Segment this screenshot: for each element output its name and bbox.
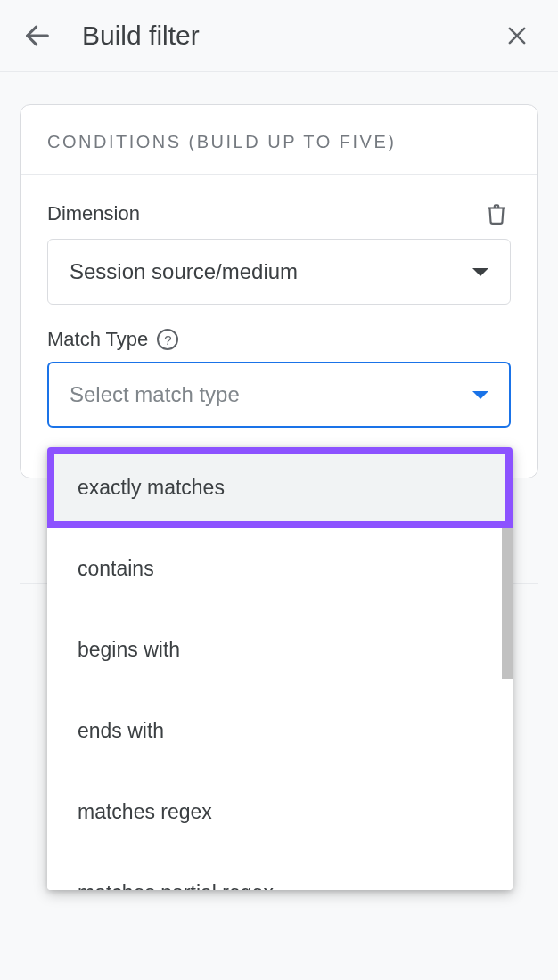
match-option-matches-regex[interactable]: matches regex	[47, 772, 513, 853]
card-header: CONDITIONS (BUILD UP TO FIVE)	[21, 105, 537, 175]
match-option-contains[interactable]: contains	[47, 528, 513, 609]
delete-condition-button[interactable]	[482, 200, 511, 228]
match-type-placeholder: Select match type	[70, 382, 240, 407]
chevron-down-icon	[472, 268, 488, 276]
match-option-matches-partial-regex[interactable]: matches partial regex	[47, 853, 513, 890]
match-type-select[interactable]: Select match type	[47, 362, 511, 428]
match-type-label: Match Type ?	[47, 328, 178, 351]
match-type-label-text: Match Type	[47, 328, 148, 351]
match-option-ends-with[interactable]: ends with	[47, 690, 513, 772]
help-icon[interactable]: ?	[157, 329, 178, 350]
match-type-row: Match Type ?	[47, 328, 511, 351]
match-option-exactly-matches[interactable]: exactly matches	[47, 447, 513, 528]
dimension-select-value: Session source/medium	[70, 259, 298, 284]
match-type-dropdown: exactly matches contains begins with end…	[47, 447, 513, 890]
dimension-row: Dimension	[47, 200, 511, 228]
close-button[interactable]	[497, 16, 537, 55]
conditions-card: CONDITIONS (BUILD UP TO FIVE) Dimension …	[20, 104, 538, 478]
chevron-down-icon	[472, 391, 488, 399]
card-body: Dimension Session source/medium Match Ty…	[21, 175, 537, 478]
dialog-title: Build filter	[82, 20, 472, 51]
dimension-select[interactable]: Session source/medium	[47, 239, 511, 305]
match-option-begins-with[interactable]: begins with	[47, 609, 513, 690]
dimension-label: Dimension	[47, 202, 140, 225]
back-button[interactable]	[18, 16, 57, 55]
trash-icon	[485, 202, 508, 225]
close-icon	[505, 23, 529, 48]
dialog-header: Build filter	[0, 0, 558, 72]
section-label: CONDITIONS (BUILD UP TO FIVE)	[47, 132, 511, 152]
arrow-left-icon	[22, 20, 53, 51]
